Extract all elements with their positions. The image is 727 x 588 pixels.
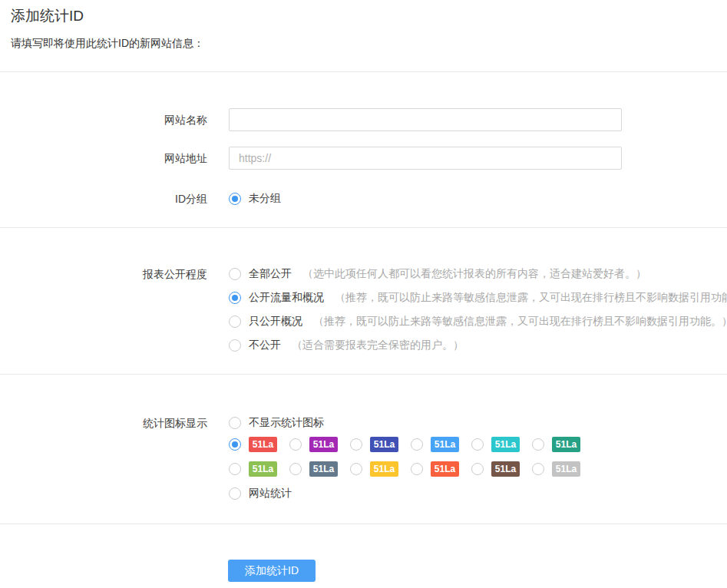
radio-publicity-overview-only[interactable] bbox=[229, 315, 241, 328]
add-stats-id-button[interactable]: 添加统计ID bbox=[228, 560, 316, 582]
badge-51la-green[interactable]: 51La bbox=[249, 461, 277, 477]
id-group-label: ID分组 bbox=[0, 191, 207, 206]
badge-pair: 51La bbox=[411, 461, 459, 477]
publicity-option-label[interactable]: 只公开概况 bbox=[249, 315, 302, 329]
radio-badge-yellow[interactable] bbox=[350, 463, 362, 475]
icon-none-label[interactable]: 不显示统计图标 bbox=[249, 416, 324, 430]
badge-row-1: 51La 51La 51La 51La 51La bbox=[229, 437, 593, 452]
site-name-label: 网站名称 bbox=[0, 112, 207, 127]
badge-pair: 51La bbox=[350, 461, 398, 477]
icon-display-options: 不显示统计图标 51La 51La 51La 51La bbox=[229, 415, 593, 501]
radio-badge-purple[interactable] bbox=[289, 438, 302, 451]
radio-publicity-private[interactable] bbox=[229, 339, 241, 352]
site-name-control bbox=[229, 108, 622, 131]
badge-51la-navy[interactable]: 51La bbox=[370, 437, 398, 452]
badge-pair: 51La bbox=[471, 437, 520, 452]
icon-option-none: 不显示统计图标 bbox=[229, 415, 593, 431]
site-url-input[interactable] bbox=[229, 147, 622, 170]
badge-pair: 51La bbox=[350, 437, 398, 452]
badge-pair: 51La bbox=[289, 437, 338, 452]
publicity-option-private: 不公开 （适合需要报表完全保密的用户。） bbox=[229, 338, 727, 353]
radio-badge-teal[interactable] bbox=[532, 438, 544, 451]
add-stats-id-page: 添加统计ID 请填写即将使用此统计ID的新网站信息： 网站名称 网站地址 ID分… bbox=[0, 0, 727, 588]
radio-badge-cyan[interactable] bbox=[471, 438, 484, 451]
radio-badge-red[interactable] bbox=[229, 438, 241, 451]
radio-publicity-traffic-overview[interactable] bbox=[229, 292, 241, 304]
site-url-label: 网站地址 bbox=[0, 150, 207, 166]
publicity-option-hint: （选中此项任何人都可以看您统计报表的所有内容，适合建站爱好者。） bbox=[302, 267, 646, 281]
badge-51la-gray[interactable]: 51La bbox=[552, 461, 580, 477]
site-url-control bbox=[229, 147, 622, 170]
radio-badge-green[interactable] bbox=[229, 463, 241, 475]
id-group-row: ID分组 未分组 bbox=[0, 191, 727, 206]
badge-51la-orange[interactable]: 51La bbox=[431, 461, 459, 477]
id-group-control: 未分组 bbox=[229, 192, 281, 206]
badge-pair: 51La bbox=[229, 461, 277, 477]
icon-text-label[interactable]: 网站统计 bbox=[249, 487, 292, 500]
badge-51la-cyan[interactable]: 51La bbox=[491, 437, 520, 452]
badge-51la-yellow[interactable]: 51La bbox=[370, 461, 398, 477]
radio-badge-blue[interactable] bbox=[411, 438, 423, 451]
site-name-input[interactable] bbox=[229, 108, 622, 131]
report-publicity-options: 全部公开 （选中此项任何人都可以看您统计报表的所有内容，适合建站爱好者。） 公开… bbox=[229, 266, 727, 353]
publicity-option-traffic-overview: 公开流量和概况 （推荐，既可以防止来路等敏感信息泄露，又可出现在排行榜且不影响数… bbox=[229, 290, 727, 306]
publicity-option-all-public: 全部公开 （选中此项任何人都可以看您统计报表的所有内容，适合建站爱好者。） bbox=[229, 266, 727, 282]
badge-pair: 51La bbox=[471, 461, 520, 477]
badge-51la-slate[interactable]: 51La bbox=[309, 461, 338, 477]
badge-pair: 51La bbox=[532, 461, 580, 477]
radio-icon-none[interactable] bbox=[229, 417, 241, 429]
publicity-option-label[interactable]: 全部公开 bbox=[249, 267, 292, 281]
radio-badge-brown[interactable] bbox=[471, 463, 484, 475]
publicity-option-label[interactable]: 不公开 bbox=[249, 339, 281, 352]
badge-51la-purple[interactable]: 51La bbox=[309, 437, 338, 452]
divider bbox=[0, 227, 727, 228]
badge-51la-brown[interactable]: 51La bbox=[491, 461, 520, 477]
radio-group-ungrouped[interactable] bbox=[229, 193, 241, 205]
badge-pair: 51La bbox=[532, 437, 580, 452]
icon-option-text: 网站统计 bbox=[229, 486, 593, 501]
radio-badge-slate[interactable] bbox=[289, 463, 302, 475]
report-publicity-section: 报表公开程度 全部公开 （选中此项任何人都可以看您统计报表的所有内容，适合建站爱… bbox=[0, 266, 727, 353]
icon-display-section: 统计图标显示 不显示统计图标 51La 51La 51La bbox=[0, 415, 727, 501]
publicity-option-hint: （适合需要报表完全保密的用户。） bbox=[292, 339, 464, 352]
icon-display-label: 统计图标显示 bbox=[0, 415, 207, 431]
publicity-option-hint: （推荐，既可以防止来路等敏感信息泄露，又可出现在排行榜且不影响数据引用功能。） bbox=[313, 315, 727, 329]
site-url-row: 网站地址 bbox=[0, 147, 727, 170]
publicity-option-label[interactable]: 公开流量和概况 bbox=[249, 291, 324, 305]
radio-badge-navy[interactable] bbox=[350, 438, 362, 451]
badge-51la-blue[interactable]: 51La bbox=[431, 437, 459, 452]
badge-pair: 51La bbox=[229, 437, 277, 452]
publicity-option-hint: （推荐，既可以防止来路等敏感信息泄露，又可出现在排行榜且不影响数据引用功能。） bbox=[335, 291, 727, 305]
divider bbox=[0, 71, 727, 72]
radio-badge-gray[interactable] bbox=[532, 463, 544, 475]
badge-row-2: 51La 51La 51La 51La 51La bbox=[229, 461, 593, 477]
publicity-option-overview-only: 只公开概况 （推荐，既可以防止来路等敏感信息泄露，又可出现在排行榜且不影响数据引… bbox=[229, 314, 727, 329]
badge-pair: 51La bbox=[289, 461, 338, 477]
report-publicity-label: 报表公开程度 bbox=[0, 266, 207, 282]
badge-pair: 51La bbox=[411, 437, 459, 452]
divider bbox=[0, 524, 727, 524]
radio-publicity-all-public[interactable] bbox=[229, 268, 241, 280]
site-name-row: 网站名称 bbox=[0, 108, 727, 131]
divider bbox=[0, 374, 727, 375]
badge-51la-teal[interactable]: 51La bbox=[552, 437, 580, 452]
radio-badge-orange[interactable] bbox=[411, 463, 423, 475]
page-subtitle: 请填写即将使用此统计ID的新网站信息： bbox=[11, 36, 727, 51]
radio-icon-text[interactable] bbox=[229, 487, 241, 500]
id-group-option-label[interactable]: 未分组 bbox=[249, 192, 281, 206]
badge-51la-red[interactable]: 51La bbox=[249, 437, 277, 452]
page-title: 添加统计ID bbox=[11, 6, 727, 26]
